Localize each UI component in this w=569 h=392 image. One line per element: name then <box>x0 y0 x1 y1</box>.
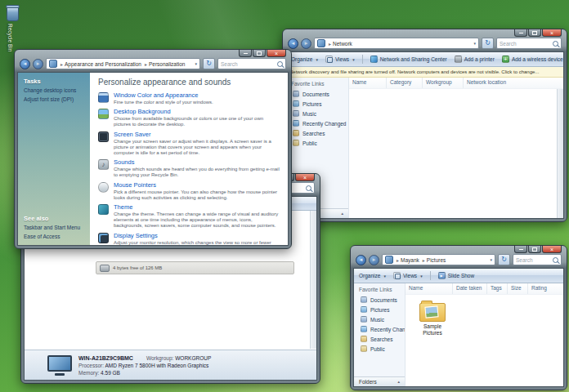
close-button[interactable] <box>267 50 286 57</box>
refresh-button[interactable] <box>203 58 215 69</box>
tasks-header: Tasks <box>24 78 86 85</box>
search-input[interactable]: Search <box>513 254 562 265</box>
forward-button[interactable]: ► <box>369 255 379 265</box>
search-input[interactable]: Search <box>217 58 286 69</box>
pictures-column-headers: Name Date taken Tags Size Rating <box>405 283 563 295</box>
selected-drive-item[interactable]: 4 bytes free of 126 MB <box>96 261 294 274</box>
link-window-color-appearance[interactable]: Window Color and Appearance <box>114 91 213 99</box>
nav-item-pictures[interactable]: Pictures <box>286 99 348 109</box>
column-header-workgroup[interactable]: Workgroup <box>423 78 464 88</box>
organize-button[interactable]: Organize <box>291 56 318 62</box>
close-button[interactable] <box>542 246 562 253</box>
display-settings-icon <box>98 233 109 243</box>
toolbar-separator <box>430 271 431 280</box>
column-header-name[interactable]: Name <box>349 78 387 88</box>
search-placeholder: Search <box>500 41 517 47</box>
network-toolbar: Organize Views Network and Sharing Cente… <box>286 52 563 67</box>
nav-item-public[interactable]: Public <box>286 138 348 148</box>
link-screen-saver[interactable]: Screen Saver <box>114 131 280 138</box>
window-color-icon <box>98 92 109 103</box>
column-header-rating[interactable]: Rating <box>528 283 554 294</box>
control-panel-icon <box>49 60 57 68</box>
minimize-button[interactable] <box>239 50 252 57</box>
searches-icon <box>361 336 367 342</box>
views-button[interactable]: Views <box>393 272 423 279</box>
address-bar[interactable]: Network ▾ <box>314 38 479 49</box>
breadcrumb-segment[interactable]: Network <box>327 41 352 47</box>
pictures-icon <box>293 100 299 107</box>
back-button[interactable]: ◄ <box>356 255 366 265</box>
task-adjust-font-size[interactable]: Adjust font size (DPI) <box>24 96 86 103</box>
search-placeholder: Search <box>516 257 533 263</box>
column-header-network-location[interactable]: Network location <box>464 78 516 88</box>
vertical-scrollbar[interactable] <box>557 89 563 218</box>
breadcrumb-segment[interactable]: Mayank <box>395 257 419 263</box>
organize-button[interactable]: Organize <box>359 273 386 278</box>
close-button[interactable] <box>542 29 562 37</box>
chevron-down-icon[interactable]: ▾ <box>490 257 492 262</box>
nav-item-pictures[interactable]: Pictures <box>354 305 405 314</box>
nav-item-recently-changed[interactable]: Recently Changed <box>286 118 348 128</box>
folders-expander[interactable]: Folders <box>354 376 405 386</box>
pictures-file-area[interactable]: Sample Pictures <box>405 295 563 386</box>
chevron-down-icon[interactable]: ▾ <box>473 41 476 46</box>
link-theme[interactable]: Theme <box>114 203 280 211</box>
link-mouse-pointers[interactable]: Mouse Pointers <box>114 181 280 189</box>
nav-item-public[interactable]: Public <box>354 344 405 354</box>
column-header-date-taken[interactable]: Date taken <box>453 283 487 294</box>
nav-item-documents[interactable]: Documents <box>354 295 405 305</box>
nav-item-documents[interactable]: Documents <box>286 89 348 99</box>
refresh-button[interactable] <box>498 254 510 265</box>
close-button[interactable] <box>295 174 315 181</box>
back-button[interactable]: ◄ <box>288 38 298 49</box>
window-controls <box>513 246 562 253</box>
network-file-area[interactable] <box>349 89 563 218</box>
task-change-desktop-icons[interactable]: Change desktop icons <box>24 87 86 94</box>
toolbar-separator <box>362 55 363 64</box>
views-icon <box>393 272 401 279</box>
add-printer-button[interactable]: Add a printer <box>455 56 495 63</box>
nav-item-searches[interactable]: Searches <box>286 128 348 138</box>
sample-pictures-folder[interactable]: Sample Pictures <box>414 300 451 336</box>
item-description: Adjust your monitor resolution, which ch… <box>114 240 280 245</box>
item-description: Change your screen saver or adjust when … <box>114 139 280 157</box>
recycle-bin-label: Recycle Bin <box>7 24 13 66</box>
column-header-size[interactable]: Size <box>508 283 528 294</box>
forward-button[interactable]: ► <box>33 59 43 69</box>
nav-item-recently-changed[interactable]: Recently Changed <box>354 324 405 334</box>
link-desktop-background[interactable]: Desktop Background <box>114 108 280 115</box>
views-button[interactable]: Views <box>325 56 355 63</box>
nav-item-searches[interactable]: Searches <box>354 334 405 344</box>
vertical-scrollbar[interactable] <box>310 211 316 349</box>
breadcrumb-segment[interactable]: Personalization <box>143 61 185 67</box>
list-item: Screen Saver Change your screen saver or… <box>98 131 280 157</box>
recently-changed-icon <box>361 326 367 332</box>
nav-item-music[interactable]: Music <box>286 109 348 118</box>
address-bar[interactable]: Mayank Pictures ▾ <box>382 254 495 265</box>
back-button[interactable]: ◄ <box>20 59 30 69</box>
maximize-button[interactable] <box>528 29 541 37</box>
nav-item-music[interactable]: Music <box>354 314 405 324</box>
breadcrumb-segment[interactable]: Appearance and Personalization <box>59 61 141 67</box>
link-ease-of-access[interactable]: Ease of Access <box>24 234 86 240</box>
minimize-button[interactable] <box>514 29 527 37</box>
refresh-button[interactable] <box>482 38 494 49</box>
maximize-button[interactable] <box>528 246 541 253</box>
column-header-tags[interactable]: Tags <box>487 283 508 294</box>
link-sounds[interactable]: Sounds <box>114 158 280 166</box>
network-info-bar[interactable]: Network discovery and file sharing are t… <box>286 67 563 78</box>
maximize-button[interactable] <box>253 50 266 57</box>
chevron-down-icon[interactable]: ▾ <box>195 61 197 66</box>
link-taskbar-start-menu[interactable]: Taskbar and Start Menu <box>24 225 86 231</box>
column-header-category[interactable]: Category <box>387 78 423 88</box>
column-header-name[interactable]: Name <box>405 283 453 294</box>
search-input[interactable]: Search <box>496 38 562 49</box>
breadcrumb-segment[interactable]: Pictures <box>421 257 446 263</box>
forward-button[interactable]: ► <box>301 38 311 49</box>
link-display-settings[interactable]: Display Settings <box>114 232 280 239</box>
network-sharing-center-button[interactable]: Network and Sharing Center <box>370 56 447 63</box>
address-bar[interactable]: Appearance and Personalization Personali… <box>46 58 200 69</box>
add-wireless-device-button[interactable]: Add a wireless device <box>502 56 563 63</box>
minimize-button[interactable] <box>514 246 527 253</box>
slide-show-button[interactable]: Slide Show <box>438 272 475 279</box>
